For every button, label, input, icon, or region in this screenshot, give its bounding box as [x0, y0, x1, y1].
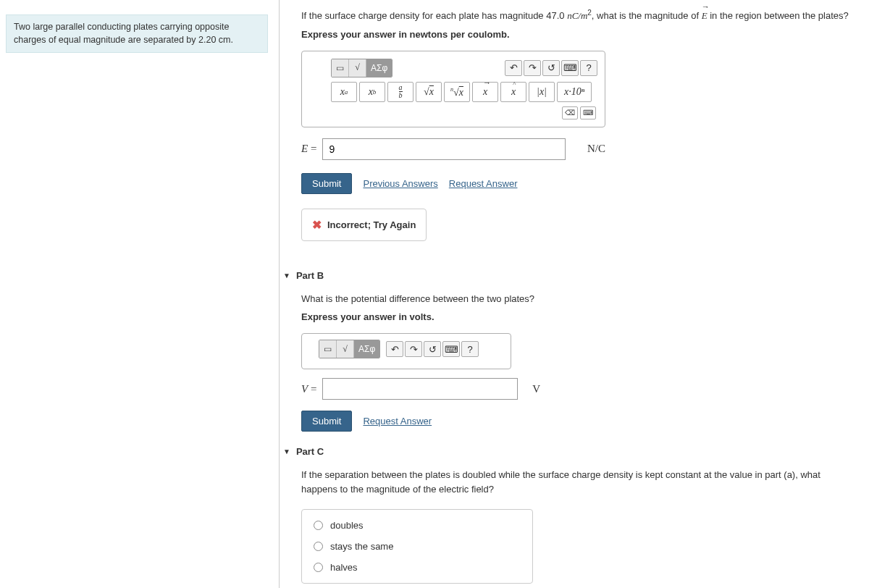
- e-vector: E: [702, 9, 708, 23]
- radio-option-doubles[interactable]: doubles: [314, 520, 521, 531]
- keyboard-icon[interactable]: ⌨: [561, 60, 579, 76]
- q-units: nC/m: [567, 10, 587, 21]
- radio-icon: [314, 542, 323, 551]
- answer-input-a[interactable]: [322, 138, 566, 160]
- abs-button[interactable]: |x|: [529, 82, 555, 102]
- nroot-button[interactable]: n√x: [444, 82, 470, 102]
- answer-label-e: E =: [301, 143, 316, 155]
- radio-option-halves[interactable]: halves: [314, 562, 521, 573]
- radio-label-1: stays the same: [330, 541, 393, 552]
- equation-toolbar-a: ▭ √ ΑΣφ ↶ ↷ ↺ ⌨ ? xa xb ab √x n√x x x^ |…: [301, 51, 605, 127]
- radio-option-same[interactable]: stays the same: [314, 541, 521, 552]
- answer-input-b[interactable]: [322, 378, 518, 400]
- radio-group: doubles stays the same halves: [301, 509, 533, 584]
- feedback-text: Incorrect; Try Again: [327, 219, 416, 230]
- format-group: ▭ √ ΑΣφ: [331, 59, 392, 77]
- keyboard-icon-b[interactable]: ⌨: [442, 341, 460, 357]
- answer-unit-a: N/C: [587, 143, 605, 155]
- part-a-instruction: Express your answer in newtons per coulo…: [301, 29, 858, 40]
- superscript-button[interactable]: xa: [331, 82, 357, 102]
- error-icon: ✖: [312, 218, 322, 232]
- equation-toolbar-b: ▭ √ ΑΣφ ↶ ↷ ↺ ⌨ ?: [301, 333, 511, 369]
- answer-row-a: E = N/C: [301, 138, 605, 160]
- undo-icon-b[interactable]: ↶: [386, 341, 403, 357]
- format-group-b: ▭ √ ΑΣφ: [319, 340, 380, 358]
- sqrt-icon[interactable]: √: [349, 59, 366, 77]
- radio-label-0: doubles: [330, 520, 364, 531]
- template-icon-b[interactable]: ▭: [319, 340, 337, 358]
- answer-label-v: V =: [301, 383, 316, 395]
- q-mid: , what is the magnitude of: [592, 10, 702, 21]
- subscript-button[interactable]: xb: [359, 82, 385, 102]
- redo-icon-b[interactable]: ↷: [405, 341, 422, 357]
- sci-button[interactable]: x·10ⁿ: [557, 82, 592, 102]
- q-suffix: in the region between the plates?: [708, 10, 849, 21]
- clear-icon[interactable]: ⌫: [562, 106, 578, 119]
- part-c-question: If the separation between the plates is …: [301, 468, 858, 496]
- q-prefix: If the surface charge density for each p…: [301, 10, 567, 21]
- previous-answers-link[interactable]: Previous Answers: [363, 178, 437, 189]
- radio-label-2: halves: [330, 562, 358, 573]
- radio-icon: [314, 521, 323, 530]
- problem-statement: Two large parallel conducting plates car…: [6, 14, 268, 53]
- reset-icon-b[interactable]: ↺: [424, 341, 441, 357]
- caret-icon-c: ▼: [283, 448, 290, 455]
- greek-button[interactable]: ΑΣφ: [366, 59, 392, 77]
- greek-button-b[interactable]: ΑΣφ: [354, 340, 379, 358]
- feedback-box: ✖ Incorrect; Try Again: [301, 209, 427, 241]
- submit-button-a[interactable]: Submit: [301, 173, 352, 194]
- sqrt-button[interactable]: √x: [416, 82, 442, 102]
- fraction-button[interactable]: ab: [387, 82, 413, 102]
- part-c-title: Part C: [296, 446, 324, 457]
- part-a-question: If the surface charge density for each p…: [301, 7, 858, 23]
- help-icon[interactable]: ?: [580, 60, 597, 76]
- redo-icon[interactable]: ↷: [524, 60, 541, 76]
- keyboard-small-icon[interactable]: ⌨: [580, 106, 596, 119]
- request-answer-link-b[interactable]: Request Answer: [363, 416, 432, 427]
- part-c-header[interactable]: ▼ Part C: [283, 446, 858, 457]
- part-b-instruction: Express your answer in volts.: [301, 311, 858, 322]
- undo-icon[interactable]: ↶: [505, 60, 522, 76]
- vector-button[interactable]: x: [472, 82, 498, 102]
- part-b-question: What is the potential difference between…: [301, 292, 858, 306]
- answer-unit-b: V: [532, 383, 540, 395]
- answer-row-b: V = V: [301, 378, 540, 400]
- reset-icon[interactable]: ↺: [542, 60, 560, 76]
- part-b-header[interactable]: ▼ Part B: [283, 270, 858, 281]
- help-icon-b[interactable]: ?: [461, 341, 479, 357]
- request-answer-link-a[interactable]: Request Answer: [449, 178, 518, 189]
- caret-icon: ▼: [283, 272, 290, 280]
- sqrt-icon-b[interactable]: √: [337, 340, 354, 358]
- radio-icon: [314, 563, 323, 572]
- template-icon[interactable]: ▭: [332, 59, 349, 77]
- part-b-title: Part B: [296, 270, 324, 281]
- submit-button-b[interactable]: Submit: [301, 411, 352, 432]
- hat-button[interactable]: x^: [500, 82, 526, 102]
